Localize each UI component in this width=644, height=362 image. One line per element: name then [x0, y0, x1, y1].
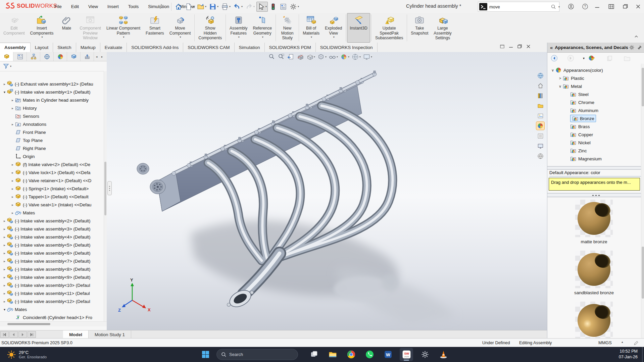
dropdown-icon[interactable]: ▾: [241, 5, 243, 8]
tab-solidworks-cam[interactable]: SOLIDWORKS CAM: [183, 43, 234, 52]
tree-item[interactable]: ▸Mates: [0, 209, 104, 217]
expander-icon[interactable]: ▸: [10, 122, 15, 126]
taskbar-clock[interactable]: 10:52 PM 07-Jan-26: [601, 349, 638, 360]
tree-tab-t_asm[interactable]: [0, 52, 13, 61]
expander-icon[interactable]: ∨: [557, 84, 563, 89]
tab-solidworks-pdm[interactable]: SOLIDWORKS PDM: [265, 43, 316, 52]
doc-restore-icon[interactable]: [517, 44, 523, 49]
menu-item-view[interactable]: View: [84, 3, 102, 10]
close-button[interactable]: [633, 0, 643, 13]
expander-icon[interactable]: ▾: [2, 308, 7, 311]
view-mon-button[interactable]: ▾: [363, 53, 372, 60]
restore-button[interactable]: [620, 0, 630, 13]
expander-icon[interactable]: ▸: [10, 163, 15, 166]
expander-icon[interactable]: ▸: [2, 82, 7, 86]
expander-icon[interactable]: ▸: [2, 251, 7, 255]
expander-icon[interactable]: ▾: [2, 90, 7, 94]
task-view-taskbar-icon[interactable]: [307, 348, 321, 361]
tree-item[interactable]: ▸(-) Tappet<1> (Default) <<Default: [0, 193, 104, 201]
edit-appearance-icon[interactable]: [588, 55, 595, 62]
reference-geometry-button[interactable]: ReferenceGeometry▾: [250, 13, 275, 43]
traffic-button[interactable]: [268, 2, 278, 12]
units-dropdown-icon[interactable]: ▴: [622, 340, 623, 344]
insert-components-button[interactable]: InsertComponents▾: [28, 13, 56, 43]
expander-icon[interactable]: ▸: [10, 171, 15, 174]
graphics-viewport[interactable]: ▾▾▾▾▾▾ Y X Z: [107, 52, 547, 330]
tree-item[interactable]: ▸(-) Intake valve assembly<8> (Default): [0, 265, 104, 273]
layout-button[interactable]: [606, 0, 616, 13]
solidworks-taskbar-icon[interactable]: SW2025: [400, 348, 413, 361]
expander-icon[interactable]: ▸: [10, 98, 15, 102]
swatch-image-sandblasted[interactable]: [575, 251, 613, 288]
help-button[interactable]: ?: [580, 0, 590, 13]
taskpane-tab-home[interactable]: [536, 82, 544, 90]
appearance-tree-item[interactable]: Chrome: [547, 98, 641, 106]
taskpane-tab-globe[interactable]: [536, 71, 544, 80]
search-icon[interactable]: [550, 4, 556, 10]
tree-item[interactable]: ▸(-) Intake valve assembly<7> (Default): [0, 257, 104, 265]
tree-item[interactable]: ▾Mates: [0, 305, 104, 313]
show-desktop-button[interactable]: [642, 347, 643, 362]
menu-item-tools[interactable]: Tools: [124, 3, 143, 10]
appearance-tree-item[interactable]: Magnesium: [547, 155, 641, 163]
taskbar-search[interactable]: Search: [216, 349, 298, 360]
filter-icon[interactable]: [3, 63, 9, 69]
tree-tab-t_camop[interactable]: [81, 52, 94, 61]
appearance-tree-item[interactable]: Nickel: [547, 139, 641, 147]
history-dropdown-icon[interactable]: ▾: [583, 56, 585, 60]
taskpane-tab-ball[interactable]: [536, 122, 544, 130]
assembly-features-button[interactable]: AssemblyFeatures▾: [227, 13, 250, 43]
tab-sketch[interactable]: Sketch: [53, 43, 76, 52]
taskpane-tab-lib[interactable]: [536, 92, 544, 100]
selected-item[interactable]: Bronze: [570, 115, 596, 122]
tree-item[interactable]: ▸(-) Valve lock<1> (Default) <<Defa: [0, 168, 104, 176]
doc-minimize-icon[interactable]: [508, 44, 514, 49]
cursor-button[interactable]: ▾: [256, 2, 268, 12]
tree-tab-t_cam[interactable]: [67, 52, 81, 61]
dropdown-icon[interactable]: ▾: [205, 5, 206, 8]
expander-icon[interactable]: ▸: [2, 292, 7, 295]
dropdown-icon[interactable]: ▾: [193, 5, 194, 8]
large-assembly-settings-button[interactable]: LargeAssemblySettings: [431, 13, 454, 43]
linearcomponent-pattern-button[interactable]: Linear ComponentPattern▾: [104, 13, 143, 43]
tree-item[interactable]: Coincident6 (Cylinder head<1> Fro: [0, 313, 104, 321]
expander-icon[interactable]: ▸: [2, 235, 7, 239]
dropdown-icon[interactable]: ▾: [298, 5, 299, 8]
gear-button[interactable]: ▾: [289, 2, 300, 12]
menu-item-file[interactable]: File: [50, 3, 66, 10]
view-glass-button[interactable]: ▾: [329, 53, 338, 60]
swatch-image-matte[interactable]: [575, 200, 613, 237]
tab-simulation[interactable]: Simulation: [235, 43, 265, 52]
forward-button[interactable]: [567, 55, 574, 62]
appearance-tree-item[interactable]: >Plastic: [547, 74, 641, 82]
expander-icon[interactable]: ▸: [2, 283, 7, 287]
tree-item[interactable]: ▸(-) Intake valve assembly<3> (Default): [0, 225, 104, 233]
show-hidden-components-button[interactable]: ShowHiddenComponents: [196, 13, 225, 43]
settings-taskbar-icon[interactable]: [418, 348, 432, 361]
appearance-tree-item-selected[interactable]: Bronze: [547, 114, 641, 122]
tree-tab-t_dimx[interactable]: [40, 52, 54, 61]
minimize-button[interactable]: [592, 0, 602, 13]
dropdown-icon[interactable]: ▾: [253, 5, 255, 8]
expander-icon[interactable]: ▸: [10, 179, 15, 183]
tree-item[interactable]: ▸History: [0, 104, 104, 112]
chrome-taskbar-icon[interactable]: [344, 348, 358, 361]
view-globe-button[interactable]: ▾: [352, 53, 361, 60]
print-button[interactable]: ▾: [220, 2, 232, 12]
update-speedpak-subassemblies-button[interactable]: !UpdateSpeedPakSubassemblies: [373, 13, 406, 43]
model-tab-model[interactable]: Model: [63, 330, 89, 339]
tree-item[interactable]: Origin: [0, 152, 104, 160]
file-explorer-taskbar-icon[interactable]: [326, 348, 339, 361]
menu-item-edit[interactable]: Edit: [67, 3, 83, 10]
tab-scroll-last[interactable]: [28, 331, 36, 338]
pin-icon[interactable]: [158, 3, 164, 9]
expander-icon[interactable]: ▸: [2, 259, 7, 263]
account-button[interactable]: [566, 0, 576, 13]
collapse-ribbon-icon[interactable]: [634, 34, 639, 39]
expander-icon[interactable]: ▸: [2, 300, 7, 303]
tab-layout[interactable]: Layout: [31, 43, 53, 52]
weather-widget[interactable]: 29°C Ger. Ensolarado: [3, 347, 50, 362]
panel-splitter-handle[interactable]: [107, 181, 112, 195]
appearance-tree-item[interactable]: Copper: [547, 131, 641, 139]
tree-item[interactable]: ▸(-) Intake valve assembly<4> (Default): [0, 233, 104, 241]
